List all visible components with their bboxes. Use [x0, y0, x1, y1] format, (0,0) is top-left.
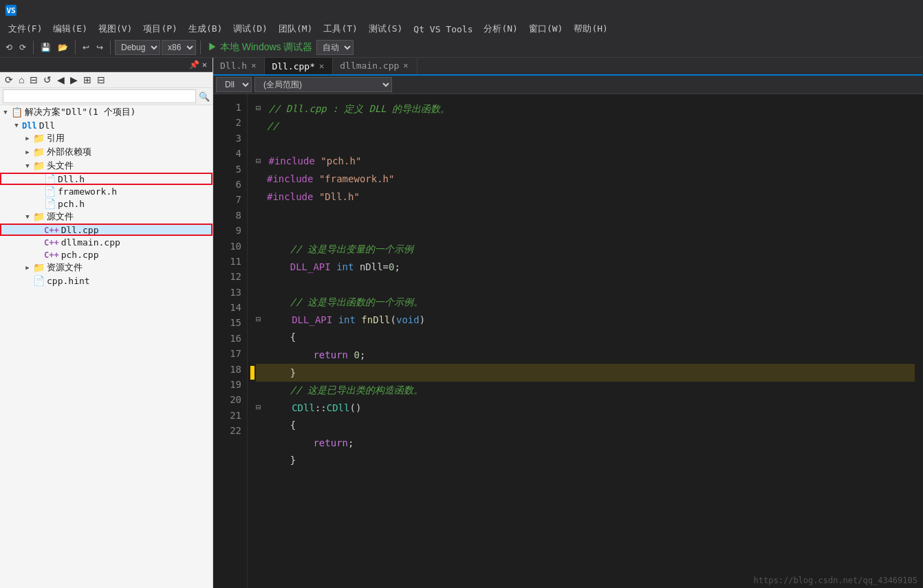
editor-nav: Dll (全局范围)	[213, 76, 923, 94]
forward-btn[interactable]: ⟳	[17, 41, 29, 54]
se-nav-back-btn[interactable]: ◀	[55, 74, 67, 86]
tree-item-external-deps[interactable]: ▶📁外部依赖项	[0, 145, 213, 159]
menu-bar: 文件(F)编辑(E)视图(V)项目(P)生成(B)调试(D)团队(M)工具(T)…	[0, 21, 923, 37]
tree-icon-folder: 📁	[33, 133, 45, 144]
tree-arrow[interactable]: ▼	[22, 213, 33, 220]
se-expand-btn[interactable]: ⊞	[81, 74, 94, 86]
tree-item-resource-files[interactable]: ▶📁资源文件	[0, 261, 213, 274]
platform-select[interactable]: x86	[162, 40, 196, 55]
code-line-18: ⊟ CDll::CDll()	[256, 399, 915, 417]
fold-indicator[interactable]: ⊟	[256, 313, 265, 326]
tree-item-solution[interactable]: ▼📋解决方案"Dll"(1 个项目)	[0, 105, 213, 119]
run-btn[interactable]: ▶ 本地 Windows 调试器	[205, 40, 315, 55]
line-number: 5	[219, 162, 241, 177]
code-line-11	[256, 276, 915, 294]
tab-label: Dll.cpp*	[272, 61, 315, 72]
line-content: CDll::CDll()	[268, 400, 361, 415]
tree-item-pch-h[interactable]: 📄pch.h	[0, 197, 213, 210]
menu-item[interactable]: 视图(V)	[93, 21, 138, 36]
fold-indicator[interactable]: ⊟	[256, 401, 265, 414]
line-number: 16	[219, 331, 241, 346]
tree-arrow[interactable]: ▶	[22, 264, 33, 271]
tree-item-framework-h[interactable]: 📄framework.h	[0, 185, 213, 197]
open-btn[interactable]: 📂	[55, 41, 71, 54]
tree-item-dll-project[interactable]: ▼DllDll	[0, 119, 213, 131]
code-line-13: ⊟ DLL_API int fnDll(void)	[256, 311, 915, 329]
menu-item[interactable]: Qt VS Tools	[408, 23, 478, 36]
tab-close-btn[interactable]: ✕	[318, 61, 325, 71]
se-filter-btn[interactable]: ⊟	[28, 74, 40, 86]
member-selector[interactable]: (全局范围)	[254, 77, 392, 92]
fold-indicator[interactable]: ⊟	[256, 155, 265, 168]
tab-dllmain-cpp-tab[interactable]: dllmain.cpp✕	[333, 58, 417, 74]
tree-item-dllmain-cpp[interactable]: C++dllmain.cpp	[0, 236, 213, 248]
code-line-2: //	[256, 118, 915, 135]
se-pin-icon[interactable]: 📌	[189, 60, 199, 69]
fold-indicator[interactable]: ⊟	[256, 102, 265, 115]
tree-label: pch.cpp	[61, 250, 99, 260]
tree-item-dll-cpp[interactable]: C++Dll.cpp	[0, 224, 213, 236]
code-content[interactable]: ⊟ // Dll.cpp : 定义 DLL 的导出函数。//⊟ #include…	[248, 94, 923, 588]
menu-item[interactable]: 分析(N)	[478, 21, 523, 36]
code-area[interactable]: 12345678910111213141516171819202122 ⊟ //…	[213, 94, 923, 588]
line-numbers: 12345678910111213141516171819202122	[213, 94, 248, 588]
tree-arrow[interactable]: ▼	[0, 109, 11, 116]
redo-btn[interactable]: ↪	[94, 41, 106, 54]
watermark: https://blog.csdn.net/qq_43469105	[754, 576, 917, 585]
se-close-icon[interactable]: ✕	[202, 60, 207, 69]
tab-label: dllmain.cpp	[340, 61, 399, 71]
line-content: // 这是已导出类的构造函数。	[267, 382, 423, 398]
tree-arrow[interactable]: ▼	[11, 122, 22, 129]
tab-dll-h-tab[interactable]: Dll.h✕	[213, 58, 265, 74]
se-search-input[interactable]	[3, 89, 196, 103]
tree-item-references[interactable]: ▶📁引用	[0, 131, 213, 145]
line-number: 4	[219, 146, 241, 161]
menu-item[interactable]: 团队(M)	[273, 21, 318, 36]
menu-item[interactable]: 文件(F)	[3, 21, 47, 36]
class-selector[interactable]: Dll	[216, 77, 252, 92]
menu-item[interactable]: 调试(D)	[228, 21, 272, 36]
auto-select[interactable]: 自动	[316, 40, 354, 55]
tab-dll-cpp-tab[interactable]: Dll.cpp*✕	[265, 58, 333, 74]
se-home-btn[interactable]: ⌂	[17, 74, 26, 86]
se-header: 📌 ✕	[0, 58, 213, 72]
line-number: 10	[219, 239, 241, 254]
se-refresh-btn[interactable]: ↺	[41, 74, 54, 86]
tree-icon-cpp: C++	[44, 249, 59, 260]
tree-label: pch.h	[58, 199, 85, 209]
se-sync-btn[interactable]: ⟳	[3, 74, 15, 86]
tab-bar: Dll.h✕Dll.cpp*✕dllmain.cpp✕	[213, 58, 923, 76]
back-btn[interactable]: ⟲	[3, 41, 15, 54]
tree-arrow[interactable]: ▶	[22, 135, 33, 142]
se-nav-fwd-btn[interactable]: ▶	[68, 74, 80, 86]
se-collapse-btn[interactable]: ⊟	[95, 74, 107, 86]
menu-item[interactable]: 项目(P)	[138, 21, 182, 36]
tree-arrow[interactable]: ▼	[22, 162, 33, 169]
menu-item[interactable]: 窗口(W)	[523, 21, 568, 36]
tree-item-pch-cpp[interactable]: C++pch.cpp	[0, 248, 213, 261]
code-line-15: return 0;	[256, 346, 915, 364]
tree-icon-folder: 📁	[33, 262, 45, 273]
tree-label: Dll.cpp	[61, 225, 99, 235]
line-content: return;	[267, 435, 354, 450]
tab-close-btn[interactable]: ✕	[250, 61, 257, 70]
tree-item-dll-h[interactable]: 📄Dll.h	[0, 173, 213, 185]
debug-mode-select[interactable]: Debug	[115, 40, 160, 55]
tree-arrow[interactable]: ▶	[22, 149, 33, 155]
code-line-22	[256, 469, 915, 487]
menu-item[interactable]: 测试(S)	[363, 21, 408, 36]
tab-close-btn[interactable]: ✕	[402, 61, 409, 70]
tree-icon-folder: 📁	[33, 211, 45, 222]
undo-btn[interactable]: ↩	[80, 41, 92, 54]
menu-item[interactable]: 生成(B)	[183, 21, 228, 36]
tree-item-cpp-hint[interactable]: 📄cpp.hint	[0, 274, 213, 287]
line-number: 11	[219, 254, 241, 269]
menu-item[interactable]: 帮助(H)	[568, 21, 613, 36]
tree-item-header-files[interactable]: ▼📁头文件	[0, 159, 213, 173]
menu-item[interactable]: 工具(T)	[318, 21, 362, 36]
menu-item[interactable]: 编辑(E)	[47, 21, 92, 36]
separator-2	[75, 41, 76, 54]
tree-item-source-files[interactable]: ▼📁源文件	[0, 210, 213, 224]
save-btn[interactable]: 💾	[38, 41, 54, 54]
se-toolbar: ⟳ ⌂ ⊟ ↺ ◀ ▶ ⊞ ⊟	[0, 72, 213, 88]
